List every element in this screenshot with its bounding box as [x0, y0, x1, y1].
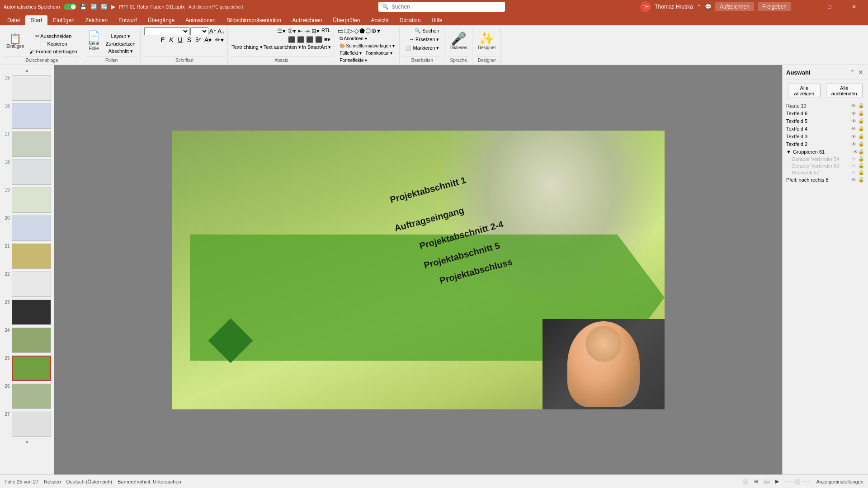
present-icon[interactable]: ▶ — [111, 4, 115, 10]
font-size-select[interactable] — [190, 27, 208, 35]
font-grow-button[interactable]: A↑ — [209, 28, 217, 35]
textbox-button[interactable]: Textrichtung ▾ — [231, 44, 262, 50]
undo-icon[interactable]: ↩️ — [90, 4, 97, 10]
strikethrough-button[interactable]: S — [186, 36, 193, 43]
slide-21-thumb[interactable]: 21 — [2, 243, 52, 270]
replace-button[interactable]: ↔ Ersetzen ▾ — [407, 36, 441, 43]
eye-textfeld2[interactable]: 👁 — [851, 141, 856, 147]
panel-expand-icon[interactable]: ⌃ — [849, 68, 856, 77]
layer-row-textfeld3[interactable]: Textfeld 3 👁 🔒 — [783, 132, 868, 140]
line-spacing-button[interactable]: ≡▾ — [324, 36, 331, 43]
eye-verbinder60[interactable]: 👁 — [851, 163, 856, 169]
eye-raute10[interactable]: 👁 — [851, 103, 856, 108]
shape-more-button[interactable]: ▾ — [377, 27, 380, 34]
notes-button[interactable]: Notizen — [44, 479, 61, 484]
designer-button[interactable]: ✨ Designer — [476, 28, 498, 55]
comments-icon[interactable]: 💬 — [705, 4, 712, 10]
canvas-area[interactable]: Projektabschnitt 1 Auftragseingang Proje… — [54, 65, 782, 474]
lock-raute10[interactable]: 🔒 — [858, 103, 864, 108]
section-button[interactable]: Abschnitt ▾ — [104, 48, 137, 55]
panel-close-icon[interactable]: ✕ — [857, 68, 864, 77]
lock-textfeld5[interactable]: 🔒 — [858, 118, 864, 124]
dictate-button[interactable]: 🎤 Diktieren — [448, 28, 469, 55]
layer-row-textfeld2[interactable]: Textfeld 2 👁 🔒 — [783, 140, 868, 148]
font-family-select[interactable] — [144, 27, 189, 35]
new-slide-button[interactable]: 📄 NeueFolie — [86, 28, 102, 55]
lock-textfeld2[interactable]: 🔒 — [858, 141, 864, 147]
align-right-button[interactable]: ⬛ — [306, 36, 314, 43]
eye-textfeld5[interactable]: 👁 — [851, 118, 856, 124]
search-input[interactable] — [392, 4, 501, 10]
slide-23-thumb[interactable]: 23 — [2, 299, 52, 326]
tab-zeichnen[interactable]: Zeichnen — [80, 15, 113, 25]
tab-datei[interactable]: Datei — [2, 15, 25, 25]
slide-24-thumb[interactable]: 24 — [2, 327, 52, 354]
present-btn[interactable]: Freigeben — [758, 2, 791, 11]
eye-pfeil8[interactable]: 👁 — [851, 177, 856, 183]
shadow-button[interactable]: S² — [194, 37, 202, 43]
highlight-button[interactable]: ✏▾ — [214, 36, 225, 43]
tab-bildschirm[interactable]: Bildschirmpräsentation — [221, 15, 287, 25]
zoom-slider[interactable]: ——⬜—— — [784, 479, 811, 484]
layer-row-verbinder60[interactable]: Gerader Verbinder 60 👁 🔒 — [788, 162, 868, 169]
slide-22-thumb[interactable]: 22 — [2, 271, 52, 298]
accessibility-indicator[interactable]: Barrierefreiheit: Untersuchen — [118, 479, 181, 484]
format-copy-button[interactable]: 🖌 Format übertragen — [28, 48, 79, 55]
scroll-up-arrow[interactable]: ▲ — [2, 67, 52, 74]
tab-animationen[interactable]: Animationen — [180, 15, 221, 25]
align-left-button[interactable]: ⬛ — [288, 36, 296, 43]
lock-verbinder54[interactable]: 🔒 — [858, 156, 864, 162]
fill-color-button[interactable]: Fülleffekt ▾ — [338, 50, 363, 56]
view-normal-button[interactable]: ⬜ — [742, 479, 749, 484]
slide-19-thumb[interactable]: 19 — [2, 187, 52, 214]
view-sort-button[interactable]: ⊞ — [754, 479, 758, 484]
underline-button[interactable]: U — [177, 36, 184, 43]
lock-pfeil8[interactable]: 🔒 — [858, 177, 864, 183]
shape-icon-3[interactable]: ▷ — [349, 27, 354, 34]
shape-icon-4[interactable]: ◇ — [354, 27, 359, 34]
tab-ansicht[interactable]: Ansicht — [365, 15, 394, 25]
lock-textfeld6[interactable]: 🔒 — [858, 110, 864, 116]
tab-ueberpruefen[interactable]: Überprüfen — [327, 15, 365, 25]
autosave-toggle[interactable] — [64, 4, 76, 10]
lock-rechteck57[interactable]: 🔒 — [858, 169, 864, 175]
eye-rechteck57[interactable]: 👁 — [851, 170, 856, 175]
list-bullet-button[interactable]: ☰▾ — [277, 27, 286, 35]
cut-button[interactable]: ✂ Ausschneiden — [28, 33, 79, 40]
effects-button[interactable]: Formeffekte ▾ — [338, 57, 369, 64]
slide-18-thumb[interactable]: 18 — [2, 159, 52, 186]
share-btn[interactable]: Aufzeichnen — [715, 2, 754, 11]
eye-group61[interactable]: 👁 — [853, 149, 858, 155]
indent-more-button[interactable]: ⇥ — [304, 27, 310, 35]
italic-button[interactable]: K — [168, 36, 175, 43]
layout-button[interactable]: Layout ▾ — [104, 33, 137, 40]
hide-all-button[interactable]: Alle ausblenden — [826, 84, 863, 98]
shape-icon-6[interactable]: ⬡ — [365, 27, 371, 34]
font-shrink-button[interactable]: A↓ — [217, 28, 225, 35]
smartart-button[interactable]: In SmartArt ▾ — [302, 44, 331, 50]
slide-canvas[interactable]: Projektabschnitt 1 Auftragseingang Proje… — [172, 131, 665, 409]
group-expand-chevron[interactable]: ▼ — [786, 149, 791, 155]
maximize-button[interactable]: □ — [819, 0, 840, 14]
outline-button[interactable]: Formkontur ▾ — [364, 50, 394, 56]
lock-textfeld3[interactable]: 🔒 — [858, 133, 864, 139]
eye-textfeld6[interactable]: 👁 — [851, 111, 856, 116]
layer-row-rechteck57[interactable]: Rechteck 57 👁 🔒 — [788, 169, 868, 176]
layer-row-verbinder54[interactable]: Gerader Verbinder 54 👁 🔒 — [788, 155, 868, 162]
lock-verbinder60[interactable]: 🔒 — [858, 163, 864, 169]
layer-row-pfeil8[interactable]: Pfeil: nach rechts 8 👁 🔒 — [783, 176, 868, 183]
show-all-button[interactable]: Alle anzeigen — [788, 84, 821, 98]
justify-button[interactable]: ⬛ — [315, 36, 323, 43]
tab-hilfe[interactable]: Hilfe — [426, 15, 448, 25]
bold-button[interactable]: F — [160, 36, 166, 43]
minimize-button[interactable]: ─ — [795, 0, 816, 14]
layer-row-textfeld5[interactable]: Textfeld 5 👁 🔒 — [783, 117, 868, 125]
slide-15-thumb[interactable]: 15 — [2, 75, 52, 102]
lock-textfeld4[interactable]: 🔒 — [858, 126, 864, 131]
layer-row-textfeld6[interactable]: Textfeld 6 👁 🔒 — [783, 109, 868, 117]
close-button[interactable]: ✕ — [844, 0, 864, 14]
shape-icon-7[interactable]: ⊕ — [371, 27, 377, 34]
tab-start[interactable]: Start — [25, 15, 47, 25]
tab-uebergaenge[interactable]: Übergänge — [142, 15, 180, 25]
layer-row-raute10[interactable]: Raute 10 👁 🔒 — [783, 102, 868, 109]
